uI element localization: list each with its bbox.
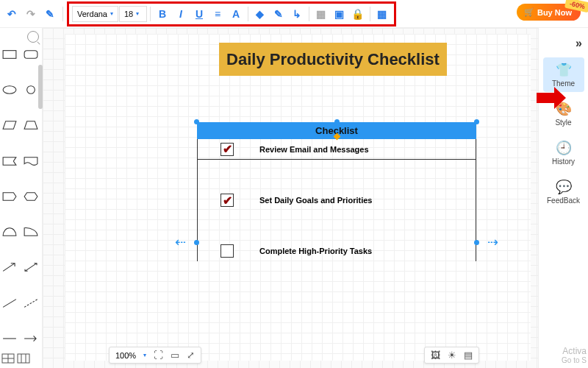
table-cell-text[interactable]: Review Email and Messages [257, 142, 476, 157]
watermark-line1: Activa [562, 346, 587, 356]
arrow-both-shape[interactable] [23, 261, 39, 273]
svg-point-3 [26, 86, 35, 94]
divider [370, 7, 370, 21]
zoom-level[interactable]: 100% [115, 351, 136, 360]
bold-button[interactable]: B [154, 5, 171, 23]
fit-page-icon[interactable]: ▭ [171, 350, 179, 361]
svg-point-2 [3, 86, 16, 94]
right-panel: » 👕 Theme 🎨 Style 🕘 History 💬 FeedBack [538, 28, 588, 368]
divider [248, 7, 248, 21]
document-shape[interactable] [23, 155, 39, 167]
canvas-area[interactable]: Daily Productivity Checklist Checklist ✔… [43, 28, 538, 368]
library-tabs [1, 353, 30, 364]
lib-tab-grid[interactable] [1, 353, 15, 364]
pentagon-shape[interactable] [1, 191, 18, 202]
redo-button[interactable]: ↷ [22, 5, 40, 23]
main-toolbar: ↶ ↷ ✎ Verdana ▾ 18 ▾ B I U ≡ A ◆ ✎ ↳ ▦ ▣… [0, 0, 588, 28]
selection-handle[interactable] [334, 119, 340, 124]
divider [150, 7, 151, 21]
chevron-down-icon[interactable]: ▾ [143, 352, 146, 358]
text-color-button[interactable]: A [227, 5, 245, 23]
roundrect-shape[interactable] [23, 49, 39, 60]
checklist-table[interactable]: Checklist ✔ Review Email and Messages ✔ … [197, 122, 476, 261]
text-format-group: Verdana ▾ 18 ▾ B I U ≡ A ◆ ✎ ↳ ▦ ▣ 🔒 ▦ [67, 1, 396, 26]
selection-handle[interactable] [474, 240, 479, 245]
grid-button[interactable]: ▦ [373, 5, 391, 23]
selection-handle[interactable] [194, 119, 199, 124]
selection-handle[interactable] [474, 119, 479, 124]
divider [309, 7, 309, 21]
lock-button[interactable]: 🔒 [349, 5, 367, 23]
layer-front-button[interactable]: ▦ [312, 5, 330, 23]
undo-button[interactable]: ↶ [3, 5, 21, 23]
layer-back-button[interactable]: ▣ [331, 5, 348, 23]
collapse-panel-button[interactable]: » [570, 34, 588, 53]
rect-shape[interactable] [1, 49, 18, 60]
font-family-select[interactable]: Verdana ▾ [72, 6, 118, 22]
line-diag-shape[interactable] [1, 297, 18, 309]
quarter-shape[interactable] [23, 226, 39, 238]
checkbox-empty-icon[interactable]: ✔ [220, 244, 234, 258]
svg-marker-6 [3, 193, 16, 201]
fit-width-icon[interactable]: ⛶ [154, 350, 163, 361]
table-body: ✔ Review Email and Messages ✔ Set Daily … [197, 139, 476, 261]
panel-label: Style [555, 118, 571, 127]
line-dash-shape[interactable] [23, 297, 39, 309]
font-size-value: 18 [124, 10, 133, 18]
line-shape[interactable] [1, 333, 18, 344]
flag-shape[interactable] [1, 155, 18, 167]
hexagon-shape[interactable] [23, 191, 39, 202]
circle-shape[interactable] [23, 84, 39, 96]
trapezoid-shape[interactable] [23, 119, 39, 131]
shape-palette [0, 46, 42, 368]
layers-icon[interactable]: ▤ [464, 350, 473, 361]
watermark-line2: Go to S [562, 356, 587, 365]
chevron-down-icon: ▾ [136, 10, 139, 17]
fullscreen-icon[interactable]: ⤢ [187, 350, 195, 361]
font-size-select[interactable]: 18 ▾ [119, 6, 147, 22]
resize-arrow-right-icon[interactable]: ⇢ [487, 234, 498, 250]
checkbox-checked-icon[interactable]: ✔ [220, 194, 234, 207]
resize-arrow-left-icon[interactable]: ⇠ [175, 234, 186, 250]
table-row[interactable]: ✔ Review Email and Messages [198, 139, 476, 160]
cart-icon: 🛒 [524, 7, 534, 17]
svg-marker-14 [537, 87, 566, 109]
brightness-icon[interactable]: ☀ [448, 350, 456, 361]
table-cell-text[interactable]: Complete High-Priority Tasks [257, 244, 476, 258]
underline-button[interactable]: U [190, 5, 208, 23]
connector-button[interactable]: ↳ [288, 5, 306, 23]
align-button[interactable]: ≡ [209, 5, 226, 23]
format-painter-button[interactable]: ✎ [41, 5, 59, 23]
fill-button[interactable]: ◆ [251, 5, 269, 23]
table-row[interactable]: ✔ Set Daily Goals and Priorities [198, 160, 476, 241]
panel-tab-feedback[interactable]: 💬 FeedBack [543, 174, 584, 209]
windows-watermark: Activa Go to S [562, 346, 587, 365]
lib-tab-grid2[interactable] [17, 353, 30, 364]
zoom-toolbar: 100% ▾ ⛶ ▭ ⤢ [109, 347, 201, 364]
table-cell-text[interactable]: Set Daily Goals and Priorities [257, 193, 476, 208]
svg-rect-11 [18, 354, 29, 363]
image-icon[interactable]: 🖼 [431, 350, 440, 361]
stroke-button[interactable]: ✎ [270, 5, 287, 23]
arrow-right-shape[interactable] [23, 333, 39, 344]
ellipse-shape[interactable] [1, 84, 18, 96]
title-shape[interactable]: Daily Productivity Checklist [219, 43, 447, 76]
svg-marker-4 [3, 121, 16, 130]
checkbox-checked-icon[interactable]: ✔ [220, 143, 234, 156]
italic-button[interactable]: I [172, 5, 190, 23]
halfcircle-shape[interactable] [1, 226, 18, 238]
font-family-value: Verdana [77, 10, 107, 18]
search-row [0, 28, 42, 46]
panel-tab-history[interactable]: 🕘 History [543, 135, 584, 170]
search-icon[interactable] [27, 31, 39, 43]
shape-library-panel [0, 28, 43, 368]
selection-handle[interactable] [194, 240, 199, 245]
svg-rect-0 [3, 51, 16, 59]
table-row[interactable]: ✔ Complete High-Priority Tasks [198, 241, 476, 261]
svg-marker-5 [24, 121, 37, 130]
theme-icon: 👕 [545, 62, 583, 78]
parallelogram-shape[interactable] [1, 119, 18, 131]
svg-rect-1 [24, 51, 37, 59]
arrow-ne-shape[interactable] [1, 261, 18, 273]
canvas-page[interactable]: Daily Productivity Checklist Checklist ✔… [65, 34, 531, 361]
